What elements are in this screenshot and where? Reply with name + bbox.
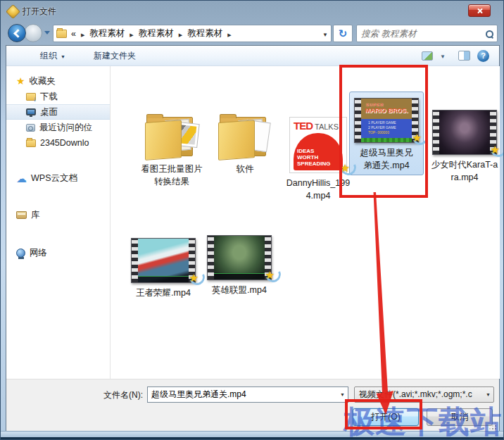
sidebar-item-network[interactable]: 网络: [6, 245, 110, 260]
ted-video-thumbnail: TED TALKS IDEAS WORTH SPREADING: [289, 117, 347, 173]
file-item-video[interactable]: 英雄联盟.mp4: [203, 235, 276, 296]
filetype-value: 视频文件(*.avi;*.mkv;*.ogm;*.c: [355, 389, 483, 401]
file-item-video[interactable]: 王者荣耀.mp4: [127, 238, 200, 299]
open-button[interactable]: 打开(O): [353, 408, 419, 426]
sidebar-item-label: 库: [31, 209, 40, 221]
breadcrumb-item[interactable]: 教程素材: [89, 27, 125, 39]
file-item-video[interactable]: 少女时代KaraT-ara.mp4: [428, 110, 501, 184]
jungle-video-thumbnail: [207, 235, 272, 280]
folder-icon: [26, 139, 36, 147]
search-icon[interactable]: [486, 30, 493, 37]
folder-with-images-icon: [144, 113, 200, 159]
sidebar-item-wps-cloud[interactable]: WPS云文档: [6, 170, 110, 186]
help-icon[interactable]: [477, 50, 489, 62]
dialog-client-area: 组织 新建文件夹 收藏夹 下载: [6, 45, 500, 432]
forward-button[interactable]: [24, 24, 42, 42]
preview-pane-icon[interactable]: [458, 51, 470, 61]
refresh-button[interactable]: [333, 25, 353, 42]
address-bar[interactable]: « 教程素材 教程素材 教程素材: [53, 25, 332, 42]
sidebar-item-desktop[interactable]: 桌面: [6, 104, 110, 120]
filename-dropdown-icon[interactable]: [337, 387, 348, 402]
filename-combobox[interactable]: [147, 386, 348, 403]
breadcrumb-item[interactable]: 教程素材: [139, 27, 174, 39]
filename-label: 文件名(N):: [85, 389, 143, 401]
sidebar-item-label: 网络: [30, 247, 47, 259]
filetype-dropdown-icon[interactable]: [483, 387, 493, 402]
sidebar-item-downloads[interactable]: 下载: [6, 89, 110, 104]
breadcrumb-separator-icon[interactable]: [130, 29, 133, 39]
sidebar: 收藏夹 下载 桌面 最近访问的位 2345Downlo WPS云文档: [6, 66, 111, 379]
file-name-label: 软件: [213, 163, 277, 175]
address-dropdown-icon[interactable]: [322, 29, 328, 39]
search-box[interactable]: [356, 25, 498, 42]
breadcrumb-separator-icon: [81, 29, 84, 39]
ted-logo: TED: [294, 120, 313, 132]
file-item-folder[interactable]: 看图王批量图片转换结果: [135, 113, 208, 188]
organize-label: 组织: [40, 50, 57, 62]
search-input[interactable]: [361, 29, 483, 39]
back-arrow-icon: [13, 29, 23, 38]
breadcrumb-prefix[interactable]: «: [71, 29, 76, 39]
organize-button[interactable]: 组织: [40, 50, 65, 62]
filetype-select[interactable]: 视频文件(*.avi;*.mkv;*.ogm;*.c: [354, 386, 494, 403]
breadcrumb-separator-icon[interactable]: [227, 29, 231, 39]
filename-input[interactable]: [148, 390, 337, 400]
sidebar-item-recent-places[interactable]: 最近访问的位: [6, 120, 110, 135]
window-bottom-edge: [1, 437, 503, 439]
file-name-label: 少女时代KaraT-ara.mp4: [431, 158, 498, 184]
new-folder-label: 新建文件夹: [94, 50, 136, 62]
media-overlay-icon: [265, 269, 275, 282]
file-name-label: 王者荣耀.mp4: [131, 287, 196, 299]
command-bar-right: [422, 50, 489, 62]
cancel-button[interactable]: 取消: [427, 408, 493, 426]
sidebar-item-libraries[interactable]: 库: [6, 207, 110, 222]
file-item-video-selected[interactable]: SUPER MARIO BROS. 1 PLAYER GAME 2 PLAYER…: [349, 92, 424, 175]
new-folder-button[interactable]: 新建文件夹: [94, 50, 136, 62]
titlebar: 打开文件: [1, 1, 503, 22]
media-overlay-icon: [341, 162, 350, 175]
file-name-label: 超级马里奥兄弟通关.mp4: [357, 146, 416, 172]
file-item-video[interactable]: TED TALKS IDEAS WORTH SPREADING DannyHil…: [282, 117, 355, 202]
folder-icon: [217, 113, 273, 159]
media-overlay-icon: [189, 272, 199, 284]
file-item-folder[interactable]: 软件: [208, 113, 282, 175]
close-button[interactable]: [468, 4, 491, 17]
mario-title-logo: MARIO BROS.: [361, 107, 412, 114]
chevron-down-icon: [61, 51, 65, 61]
app-icon: [6, 4, 20, 18]
library-icon: [16, 211, 27, 219]
views-icon[interactable]: [422, 51, 433, 61]
close-icon: [477, 8, 483, 14]
ted-tagline: WORTH: [297, 154, 341, 161]
girls-video-thumbnail: [432, 110, 497, 155]
ted-tagline: IDEAS: [297, 148, 341, 154]
views-dropdown-icon[interactable]: [440, 51, 446, 61]
back-button[interactable]: [8, 24, 26, 42]
mario-menu-line: TOP- 000000: [368, 130, 412, 135]
command-bar: 组织 新建文件夹: [6, 46, 499, 66]
resize-grip[interactable]: [489, 422, 496, 429]
sidebar-item-label: 收藏夹: [30, 75, 56, 87]
mario-menu-line: 1 PLAYER GAME: [368, 120, 412, 125]
sidebar-item-2345download[interactable]: 2345Downlo: [6, 135, 110, 151]
file-list: 看图王批量图片转换结果 软件 TED TALKS: [111, 66, 500, 379]
open-file-dialog: 打开文件 « 教程素材 教程素材 教程素材: [0, 0, 504, 440]
moba-video-thumbnail: [131, 238, 196, 283]
sidebar-item-label: 2345Downlo: [40, 138, 89, 148]
breadcrumb-item[interactable]: 教程素材: [187, 27, 222, 39]
sidebar-item-label: 最近访问的位: [39, 122, 92, 134]
open-button-label: 打开(O): [371, 411, 400, 423]
mario-menu-line: 2 PLAYER GAME: [368, 125, 412, 130]
media-overlay-icon: [491, 144, 500, 156]
breadcrumb-separator-icon[interactable]: [179, 29, 182, 39]
cloud-icon: [16, 174, 27, 183]
recent-places-icon: [26, 124, 35, 132]
sidebar-item-favorites[interactable]: 收藏夹: [6, 73, 110, 89]
navigation-bar: « 教程素材 教程素材 教程素材: [1, 22, 503, 45]
history-dropdown-icon[interactable]: [44, 31, 50, 34]
file-name-label: 英雄联盟.mp4: [207, 284, 272, 296]
window-title: 打开文件: [23, 6, 56, 18]
media-overlay-icon: [412, 132, 422, 144]
download-folder-icon: [26, 93, 36, 101]
ted-talks-label: TALKS: [315, 122, 339, 131]
